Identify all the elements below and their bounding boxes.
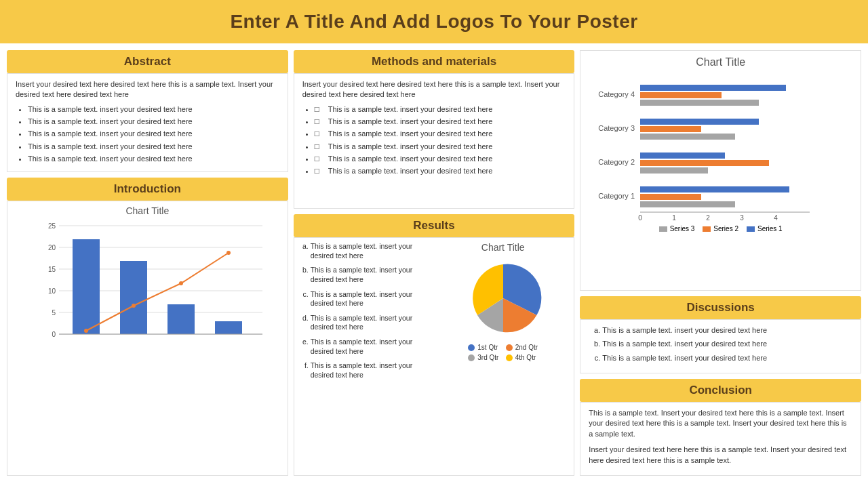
list-item: This is a sample text. insert your desir… (311, 338, 432, 356)
svg-rect-29 (640, 126, 701, 132)
svg-text:20: 20 (48, 244, 56, 251)
results-items: This is a sample text. insert your desir… (298, 242, 432, 380)
list-item: This is a sample text. insert your desir… (28, 154, 279, 163)
svg-text:10: 10 (48, 287, 56, 295)
legend-label-4qtr: 4th Qtr (515, 354, 536, 361)
methods-list: This is a sample text. insert your desir… (302, 104, 566, 176)
header-title: Enter A Title And Add Logos To Your Post… (230, 11, 637, 32)
svg-text:0: 0 (639, 214, 643, 222)
column-3: Chart Title Category 4 Category 3 Catego… (580, 50, 861, 476)
legend-label-2qtr: 2nd Qtr (515, 344, 538, 351)
legend-label-3qtr: 3rd Qtr (477, 354, 498, 361)
intro-chart-title: Chart Title (125, 205, 169, 216)
hbar-chart-svg: Category 4 Category 3 Category 2 Categor… (586, 77, 830, 226)
list-item: This is a sample text. insert your desir… (311, 314, 432, 332)
list-item: This is a sample text. insert your desir… (315, 142, 566, 151)
list-item: This is a sample text. insert your desir… (602, 339, 852, 348)
svg-text:25: 25 (48, 222, 56, 230)
svg-text:Category 3: Category 3 (599, 124, 635, 132)
legend-label-1qtr: 1st Qtr (477, 344, 498, 351)
discussions-list: This is a sample text. insert your desir… (589, 325, 852, 363)
methods-section: Methods and materials Insert your desire… (294, 50, 575, 209)
svg-text:Category 1: Category 1 (599, 192, 635, 200)
svg-rect-13 (120, 261, 147, 334)
svg-rect-30 (640, 134, 735, 140)
results-list: This is a sample text. insert your desir… (298, 242, 432, 471)
results-section: Results This is a sample text. insert yo… (294, 214, 575, 476)
svg-rect-28 (640, 119, 759, 125)
chart-title-section: Chart Title Category 4 Category 3 Catego… (580, 50, 861, 291)
list-item: This is a sample text. insert your desir… (28, 129, 279, 138)
methods-header: Methods and materials (294, 50, 575, 73)
legend-sq-series1 (747, 226, 755, 232)
introduction-body: Chart Title 25 20 15 10 (7, 201, 288, 476)
hbar-legend: Series 3 Series 2 Series 1 (586, 225, 855, 234)
discussions-header: Discussions (580, 296, 861, 319)
results-header: Results (294, 214, 575, 237)
list-item: This is a sample text. insert your desir… (28, 142, 279, 151)
svg-text:Category 2: Category 2 (599, 158, 635, 166)
list-item: This is a sample text. insert your desir… (28, 104, 279, 114)
list-item: This is a sample text. insert your desir… (602, 325, 852, 335)
hbar-chart-container: Category 4 Category 3 Category 2 Categor… (580, 74, 861, 290)
legend-series3: Series 3 (659, 225, 695, 232)
svg-rect-36 (640, 201, 735, 207)
discussions-section: Discussions This is a sample text. inser… (580, 296, 861, 373)
svg-text:5: 5 (52, 309, 56, 317)
abstract-header: Abstract (7, 50, 288, 73)
conclusion-para2: Insert your desired text here here this … (589, 445, 852, 466)
pie-legend: 1st Qtr 2nd Qtr 3rd Qtr 4th Qtr (468, 344, 538, 363)
svg-rect-12 (73, 239, 100, 334)
legend-item-3qtr: 3rd Qtr (468, 354, 500, 361)
svg-rect-33 (640, 167, 708, 174)
column-1: Abstract Insert your desired text here d… (7, 50, 288, 476)
legend-item-4qtr: 4th Qtr (506, 354, 538, 361)
svg-rect-27 (640, 100, 759, 106)
svg-text:4: 4 (774, 214, 778, 222)
introduction-section: Introduction Chart Title 25 (7, 178, 288, 476)
introduction-header: Introduction (7, 178, 288, 201)
conclusion-para1: This is a sample text. Insert your desir… (589, 408, 852, 439)
intro-chart-svg: 25 20 15 10 5 0 (32, 219, 262, 354)
svg-rect-35 (640, 194, 701, 200)
conclusion-section: Conclusion This is a sample text. Insert… (580, 379, 861, 476)
methods-text: Insert your desired text here desired te… (302, 79, 566, 100)
pie-chart-svg (456, 256, 551, 344)
results-chart: Chart Title (436, 242, 570, 471)
legend-label-series2: Series 2 (713, 225, 738, 232)
abstract-text: Insert your desired text here desired te… (16, 79, 279, 100)
main-content: Abstract Insert your desired text here d… (0, 43, 868, 483)
legend-series2: Series 2 (703, 225, 738, 232)
list-item: This is a sample text. insert your desir… (311, 290, 432, 308)
conclusion-header: Conclusion (580, 379, 861, 402)
list-item: This is a sample text. insert your desir… (311, 242, 432, 260)
svg-point-18 (179, 281, 183, 285)
svg-point-16 (84, 329, 88, 333)
svg-point-19 (226, 251, 231, 255)
results-body: This is a sample text. insert your desir… (294, 237, 575, 476)
column-2: Methods and materials Insert your desire… (294, 50, 575, 476)
list-item: This is a sample text. insert your desir… (602, 353, 852, 363)
svg-text:15: 15 (48, 266, 56, 273)
svg-rect-14 (167, 304, 195, 334)
svg-point-17 (132, 304, 136, 308)
svg-rect-25 (640, 85, 786, 91)
svg-text:Category 4: Category 4 (599, 90, 635, 98)
conclusion-body: This is a sample text. Insert your desir… (580, 402, 861, 476)
legend-label-series1: Series 1 (757, 225, 783, 232)
abstract-body: Insert your desired text here desired te… (7, 73, 288, 172)
svg-rect-15 (215, 321, 242, 334)
svg-text:0: 0 (52, 331, 56, 338)
svg-text:3: 3 (741, 214, 745, 222)
legend-dot-3qtr (468, 354, 475, 361)
list-item: This is a sample text. insert your desir… (315, 117, 566, 126)
list-item: This is a sample text. insert your desir… (315, 129, 566, 138)
legend-sq-series3 (659, 226, 667, 232)
list-item: This is a sample text. insert your desir… (311, 361, 432, 380)
list-item: This is a sample text. insert your desir… (315, 154, 566, 163)
list-item: This is a sample text. insert your desir… (311, 266, 432, 284)
chart-title-label: Chart Title (580, 51, 861, 74)
legend-dot-2qtr (506, 344, 513, 351)
svg-text:2: 2 (707, 214, 711, 222)
legend-item-1qtr: 1st Qtr (468, 344, 500, 351)
